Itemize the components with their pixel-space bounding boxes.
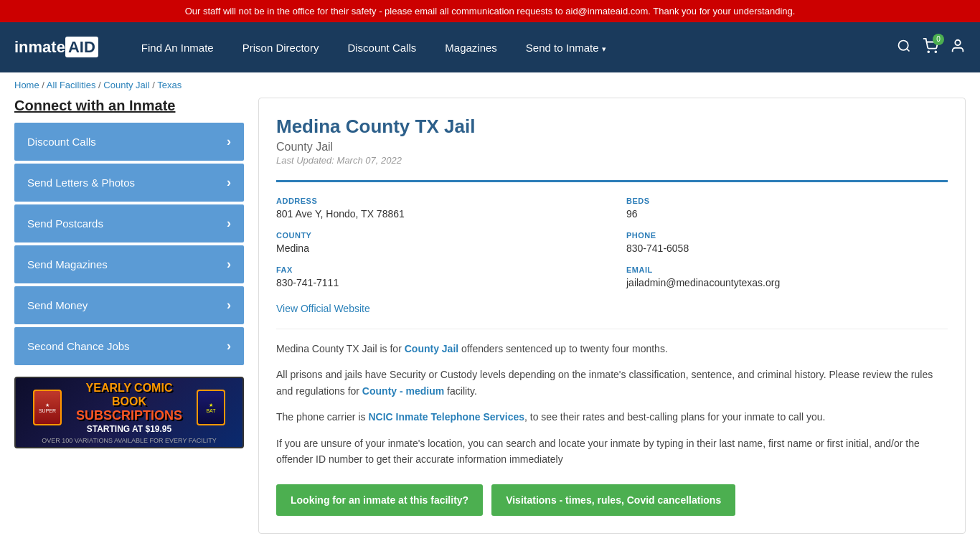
ncic-link[interactable]: NCIC Inmate Telephone Services [368,411,524,423]
breadcrumb-county-jail[interactable]: County Jail [103,80,149,90]
sidebar-advertisement[interactable]: ★SUPER YEARLY COMIC BOOK SUBSCRIPTIONS S… [14,377,244,448]
facility-panel: Medina County TX Jail County Jail Last U… [258,98,966,534]
sidebar-send-letters[interactable]: Send Letters & Photos › [14,164,244,202]
fax-value: 830-741-7111 [276,277,598,288]
sidebar-send-magazines[interactable]: Send Magazines › [14,245,244,283]
phone-value: 830-741-6058 [626,242,948,254]
main-content: Connect with an Inmate Discount Calls › … [0,98,980,548]
arrow-icon: › [227,257,231,272]
nav-icons: 0 [897,38,966,57]
svg-line-1 [907,48,910,51]
arrow-icon: › [227,216,231,231]
sidebar-discount-calls[interactable]: Discount Calls › [14,123,244,161]
user-icon [950,38,966,54]
visitations-button[interactable]: Visitations - times, rules, Covid cancel… [491,484,735,516]
facility-name: Medina County TX Jail [276,116,948,138]
nav-magazines[interactable]: Magazines [430,24,512,71]
breadcrumb-all-facilities[interactable]: All Facilities [47,80,96,90]
email-value: jailadmin@medinacountytexas.org [626,277,948,288]
email-block: EMAIL jailadmin@medinacountytexas.org [626,265,948,288]
svg-point-2 [928,51,929,52]
arrow-icon: › [227,339,231,354]
connect-title: Connect with an Inmate [14,98,244,114]
sidebar: Connect with an Inmate Discount Calls › … [14,98,244,534]
looking-for-inmate-button[interactable]: Looking for an inmate at this facility? [276,484,483,516]
beds-value: 96 [626,208,948,220]
desc-para-1: Medina County TX Jail is for County Jail… [276,341,948,357]
sidebar-send-money[interactable]: Send Money › [14,286,244,324]
nav-find-inmate[interactable]: Find An Inmate [127,24,228,71]
sidebar-send-postcards[interactable]: Send Postcards › [14,204,244,242]
nav-discount-calls[interactable]: Discount Calls [333,24,430,71]
breadcrumb-texas[interactable]: Texas [157,80,182,90]
nav-links: Find An Inmate Prison Directory Discount… [127,24,897,71]
svg-point-3 [935,51,936,52]
svg-point-4 [955,39,960,44]
facility-info-grid: ADDRESS 801 Ave Y, Hondo, TX 78861 BEDS … [276,197,948,288]
desc-para-2: All prisons and jails have Security or C… [276,367,948,399]
search-button[interactable] [897,39,911,57]
nav-prison-directory[interactable]: Prison Directory [228,24,334,71]
breadcrumb: Home / All Facilities / County Jail / Te… [0,72,980,98]
address-block: ADDRESS 801 Ave Y, Hondo, TX 78861 [276,197,598,220]
user-button[interactable] [950,38,966,57]
svg-point-0 [899,40,908,50]
nav-send-to-inmate[interactable]: Send to Inmate [512,24,621,71]
desc-para-3: The phone carrier is NCIC Inmate Telepho… [276,409,948,425]
beds-block: BEDS 96 [626,197,948,220]
alert-banner: Our staff will not be in the office for … [0,0,980,22]
facility-divider [276,180,948,182]
address-value: 801 Ave Y, Hondo, TX 78861 [276,208,598,220]
alert-text: Our staff will not be in the office for … [185,6,796,17]
county-label: COUNTY [276,231,598,240]
phone-block: PHONE 830-741-6058 [626,231,948,254]
action-buttons: Looking for an inmate at this facility? … [276,484,948,516]
official-website-link[interactable]: View Official Website [276,303,370,314]
ad-price: STARTING AT $19.95 [67,424,191,434]
fax-block: FAX 830-741-7111 [276,265,598,288]
description-section: Medina County TX Jail is for County Jail… [276,329,948,467]
ad-tagline: OVER 100 VARIATIONS AVAILABLE FOR EVERY … [42,437,217,444]
desc-para-4: If you are unsure of your inmate's locat… [276,435,948,468]
sidebar-second-chance-jobs[interactable]: Second Chance Jobs › [14,327,244,365]
breadcrumb-home[interactable]: Home [14,80,39,90]
facility-type: County Jail [276,141,948,154]
search-icon [897,39,911,53]
navigation: inmateAID Find An Inmate Prison Director… [0,22,980,72]
cart-button[interactable]: 0 [923,38,938,57]
logo[interactable]: inmateAID [14,38,98,57]
county-value: Medina [276,242,598,254]
arrow-icon: › [227,298,231,313]
facility-updated: Last Updated: March 07, 2022 [276,155,948,166]
fax-label: FAX [276,265,598,274]
email-label: EMAIL [626,265,948,274]
phone-label: PHONE [626,231,948,240]
county-medium-link[interactable]: County - medium [362,385,444,397]
beds-label: BEDS [626,197,948,205]
county-jail-link[interactable]: County Jail [405,343,458,354]
arrow-icon: › [227,134,231,149]
county-block: COUNTY Medina [276,231,598,254]
arrow-icon: › [227,175,231,190]
cart-badge: 0 [933,34,944,45]
address-label: ADDRESS [276,197,598,205]
